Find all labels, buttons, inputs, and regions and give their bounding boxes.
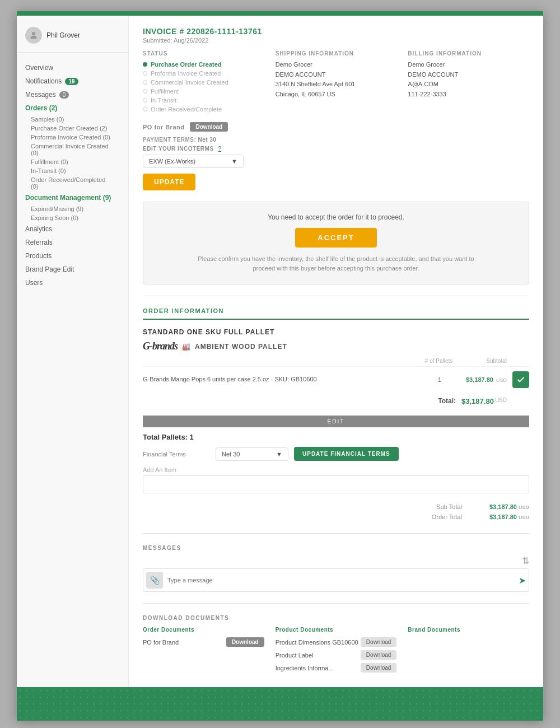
status-dot-received <box>143 107 147 111</box>
divider-3 <box>143 603 529 604</box>
doc-name-po: PO for Brand <box>143 639 179 646</box>
accept-box: You need to accept the order for it to p… <box>143 202 529 284</box>
attach-button[interactable]: 📎 <box>146 572 163 589</box>
doc-name-ingredients: Ingredients Informa... <box>276 665 334 671</box>
sidebar-nav: Overview Notifications 19 Messages 0 Ord… <box>17 58 128 292</box>
main-content: Phil Grover Overview Notifications 19 Me… <box>17 16 543 687</box>
top-bar <box>17 11 543 16</box>
doc-download-dimensions-button[interactable]: Download <box>361 637 396 647</box>
sidebar-sub-commercial[interactable]: Commercial Invoice Created (0) <box>17 142 128 157</box>
avatar <box>25 27 42 44</box>
doc-row-po: PO for Brand Download <box>143 637 264 647</box>
sidebar-item-products[interactable]: Products <box>17 249 128 263</box>
financial-terms-row: Financial Terms Net 30 ▼ UPDATE FINANCIA… <box>143 447 529 461</box>
doc-row-dimensions: Product Dimensions GB10600 Download <box>276 637 397 647</box>
sidebar-sub-expired[interactable]: Expired/Missing (9) <box>17 204 128 213</box>
doc-row-label: Product Label Download <box>276 650 397 660</box>
po-label: PO for Brand <box>143 124 184 130</box>
total-currency: USD <box>495 397 507 405</box>
sidebar-sub-samples[interactable]: Samples (0) <box>17 115 128 124</box>
accept-box-text: You need to accept the order for it to p… <box>155 213 517 221</box>
sub-total-label: Sub Total <box>436 503 462 510</box>
financial-terms-select[interactable]: Net 30 ▼ <box>216 447 288 461</box>
order-total-row: Order Total $3,187.80 USD <box>143 512 529 522</box>
chevron-down-icon-2: ▼ <box>276 451 282 458</box>
total-label: Total: <box>438 397 456 405</box>
messages-label: MESSAGES <box>143 545 529 551</box>
sidebar-item-overview[interactable]: Overview <box>17 61 128 74</box>
sidebar: Phil Grover Overview Notifications 19 Me… <box>17 16 129 687</box>
sidebar-item-docmgmt[interactable]: Document Management (9) <box>17 191 128 204</box>
brand-logo: G-brands <box>143 340 178 352</box>
sidebar-item-analytics[interactable]: Analytics <box>17 222 128 236</box>
status-dot-intransit <box>143 98 147 102</box>
brand-row: G-brands 🏭 AMBIENT WOOD PALLET <box>143 340 529 352</box>
sidebar-item-referrals[interactable]: Referrals <box>17 236 128 249</box>
sidebar-sub-fulfillment[interactable]: Fulfillment (0) <box>17 157 128 166</box>
update-financial-terms-button[interactable]: UPDATE FINANCIAL TERMS <box>294 447 399 461</box>
edit-bar[interactable]: EDIT <box>143 416 529 427</box>
download-docs-section: DOWNLOAD DOCUMENTS Order Documents PO fo… <box>143 615 529 676</box>
main-panel: INVOICE # 220826-1111-13761 Submitted: A… <box>129 16 543 687</box>
sidebar-sub-expiring[interactable]: Expiring Soon (0) <box>17 213 128 222</box>
messages-section: MESSAGES ⇅ 📎 ➤ <box>143 545 529 592</box>
sidebar-sub-in-transit[interactable]: In-Transit (0) <box>17 166 128 175</box>
bottom-bar <box>17 687 543 721</box>
status-dot-pfic <box>143 71 147 76</box>
doc-download-ingredients-button[interactable]: Download <box>361 663 396 673</box>
status-dot-fulfillment <box>143 89 147 94</box>
incoterms-row: EDIT YOUR INCOTERMS ? <box>143 146 529 152</box>
sidebar-item-users[interactable]: Users <box>17 276 128 290</box>
pallet-name: AMBIENT WOOD PALLET <box>195 343 287 351</box>
sidebar-item-messages[interactable]: Messages 0 <box>17 88 128 101</box>
incoterms-label: EDIT YOUR INCOTERMS <box>143 146 214 152</box>
sidebar-item-brand-page-edit[interactable]: Brand Page Edit <box>17 263 128 276</box>
doc-download-label-button[interactable]: Download <box>361 650 396 660</box>
total-value: $3,187.80 <box>461 397 494 405</box>
message-input-row: 📎 ➤ <box>143 568 529 592</box>
update-button[interactable]: UPDATE <box>143 174 195 190</box>
sub-total-value: $3,187.80 USD <box>473 503 529 510</box>
product-docs-title: Product Documents <box>276 627 397 633</box>
send-button[interactable]: ➤ <box>519 575 526 586</box>
sidebar-sub-received[interactable]: Order Received/Completed (0) <box>17 175 128 191</box>
add-item-row: Add An Item <box>143 466 529 493</box>
add-item-input[interactable] <box>143 475 529 493</box>
sidebar-sub-poc[interactable]: Purchase Order Created (2) <box>17 124 128 133</box>
doc-download-po-button[interactable]: Download <box>226 637 264 647</box>
order-docs-title: Order Documents <box>143 627 264 633</box>
product-qty: 1 <box>423 376 456 383</box>
doc-name-dimensions: Product Dimensions GB10600 <box>276 639 358 646</box>
sidebar-user: Phil Grover <box>17 27 128 53</box>
page-wrapper: Phil Grover Overview Notifications 19 Me… <box>17 11 543 721</box>
product-subtotal: $3,187.80 USD <box>456 376 512 383</box>
shipping-section: SHIPPING INFORMATION Demo Grocer DEMO AC… <box>264 50 397 114</box>
order-total-value: $3,187.80 USD <box>473 514 529 520</box>
sidebar-username: Phil Grover <box>46 31 80 39</box>
sort-button[interactable]: ⇅ <box>522 556 529 566</box>
doc-name-label: Product Label <box>276 652 314 659</box>
top-invoice-row: STATUS Purchase Order Created Proforma I… <box>143 50 529 114</box>
product-desc: G-Brands Mango Pops 6 units per case 2.5… <box>143 375 423 384</box>
total-row: Total: $3,187.80 USD <box>143 393 529 410</box>
sidebar-item-notifications[interactable]: Notifications 19 <box>17 74 128 88</box>
status-step-intransit: In-Transit <box>143 96 264 105</box>
order-info-border <box>143 319 529 320</box>
status-step-pfic: Proforma Invoice Created <box>143 69 264 78</box>
accept-button[interactable]: ACCEPT <box>295 228 376 248</box>
incoterms-dropdown[interactable]: EXW (Ex-Works) ▼ <box>143 155 244 168</box>
order-docs-column: Order Documents PO for Brand Download <box>143 627 264 676</box>
sidebar-item-orders[interactable]: Orders (2) <box>17 101 128 115</box>
message-input[interactable] <box>167 577 514 584</box>
product-table-header: # of Pallets Subtotal <box>143 358 529 366</box>
divider-1 <box>143 296 529 296</box>
brand-docs-title: Brand Documents <box>408 627 529 633</box>
po-download-button[interactable]: Download <box>190 122 228 132</box>
divider-2 <box>143 533 529 534</box>
checkmark-button[interactable] <box>512 371 529 388</box>
shipping-text: Demo Grocer DEMO ACCOUNT 3140 N Sheffiel… <box>276 60 397 99</box>
svg-point-0 <box>32 32 35 35</box>
total-pallets-row: Total Pallets: 1 <box>143 433 529 441</box>
incoterms-help-link[interactable]: ? <box>218 146 222 152</box>
sidebar-sub-pfic[interactable]: Proforma Invoice Created (0) <box>17 133 128 142</box>
